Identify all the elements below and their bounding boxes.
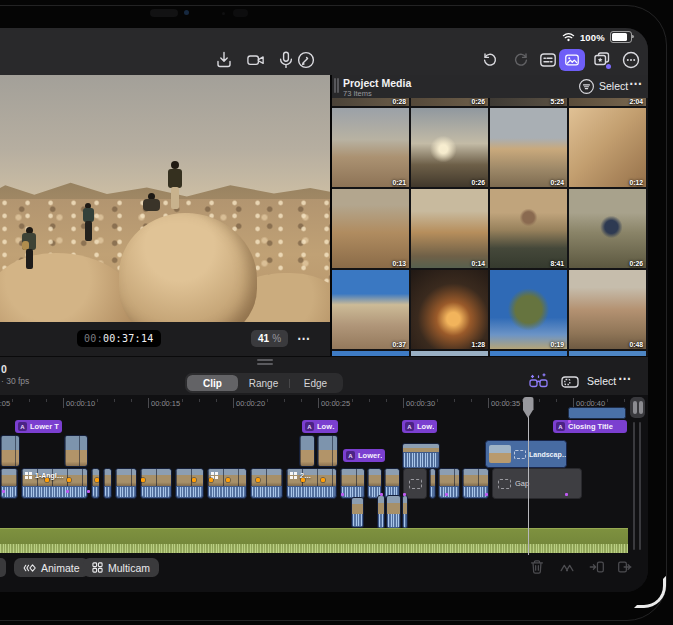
viewer-more-button[interactable]: ⋯ xyxy=(297,331,311,346)
panel-grip2[interactable] xyxy=(337,78,339,93)
clip-thumbnail-strip xyxy=(385,469,399,486)
gap-clip[interactable]: G… xyxy=(403,468,427,499)
connected-clip[interactable] xyxy=(0,435,20,467)
media-thumbnail[interactable]: 0:24 xyxy=(490,108,567,187)
voiceover-button[interactable] xyxy=(276,50,296,70)
connected-clip-below[interactable] xyxy=(386,495,401,529)
video-clip[interactable] xyxy=(0,468,18,499)
collapse-button-partial[interactable] xyxy=(0,558,6,577)
clip-marker[interactable] xyxy=(45,478,49,482)
media-thumbnail-partial[interactable]: 0:26 xyxy=(411,98,488,106)
filter-button[interactable] xyxy=(578,78,595,95)
title-clip[interactable]: ALow… xyxy=(302,420,338,433)
clip-marker[interactable] xyxy=(141,478,145,482)
title-clip[interactable]: ALower T… xyxy=(15,420,62,433)
undo-button[interactable] xyxy=(480,50,500,70)
playhead-handle[interactable] xyxy=(523,397,534,418)
clip-marker[interactable] xyxy=(67,478,71,482)
connected-clip[interactable] xyxy=(299,435,315,467)
video-clip[interactable] xyxy=(429,468,436,499)
viewer-video-frame[interactable] xyxy=(0,75,330,322)
video-clip[interactable] xyxy=(250,468,283,499)
more-button[interactable] xyxy=(621,50,641,70)
video-clip[interactable] xyxy=(175,468,204,499)
media-thumbnail[interactable]: 0:19 xyxy=(490,270,567,349)
media-thumbnail[interactable]: 8:41 xyxy=(490,189,567,268)
clip-marker[interactable] xyxy=(256,478,260,482)
timeline-select-button[interactable]: Select xyxy=(587,375,616,387)
media-thumbnail[interactable]: 0:13 xyxy=(332,189,409,268)
timecode-display[interactable]: 00:00:37:14 xyxy=(77,330,161,347)
media-thumbnail-partial[interactable]: 2:04 xyxy=(569,98,646,106)
media-thumbnail[interactable]: 0:26 xyxy=(411,108,488,187)
media-thumbnail-partial[interactable]: 5:25 xyxy=(490,98,567,106)
media-select-button[interactable]: Select xyxy=(599,80,628,92)
timeline-vertical-scrollbar-track[interactable] xyxy=(639,422,641,550)
enhance-tools-button[interactable] xyxy=(528,371,549,392)
media-browser-button[interactable] xyxy=(559,49,585,71)
connected-clip-audio[interactable] xyxy=(402,443,440,469)
blade-button[interactable] xyxy=(558,558,576,576)
clip-select-tool-button[interactable] xyxy=(560,372,580,392)
import-button[interactable] xyxy=(214,50,234,70)
inspector-toggle-button[interactable] xyxy=(538,50,558,70)
viewer-zoom-control[interactable]: 41 % xyxy=(251,330,288,347)
video-clip[interactable] xyxy=(140,468,172,499)
clip-marker[interactable] xyxy=(209,478,213,482)
multicam-clip[interactable]: 1-Angl… xyxy=(21,468,88,499)
multicam-clip[interactable]: 2… xyxy=(286,468,337,499)
project-format-info: · 30 fps xyxy=(1,376,29,386)
connected-clip-bar[interactable] xyxy=(568,407,626,419)
title-clip[interactable]: AClosing Title xyxy=(553,420,627,433)
camera-button[interactable] xyxy=(246,50,266,70)
clip-marker[interactable] xyxy=(321,478,325,482)
video-clip[interactable] xyxy=(115,468,137,499)
connected-clip-below[interactable] xyxy=(402,495,408,529)
mode-range[interactable]: Range xyxy=(238,375,289,391)
video-clip[interactable] xyxy=(103,468,112,499)
media-more-button[interactable]: ⋯ xyxy=(629,76,643,91)
media-thumbnail-partial[interactable]: 0:28 xyxy=(332,98,409,106)
redo-button[interactable] xyxy=(511,50,531,70)
media-thumbnail[interactable]: 0:14 xyxy=(411,189,488,268)
clip-marker[interactable] xyxy=(192,478,196,482)
title-clip[interactable]: ALower… xyxy=(343,449,385,462)
connected-clip[interactable] xyxy=(64,435,88,467)
connected-clip[interactable] xyxy=(317,435,338,467)
clip-thumbnail-strip xyxy=(1,469,17,486)
mode-edge[interactable]: Edge xyxy=(290,375,341,391)
timeline-more-button[interactable]: ⋯ xyxy=(618,371,632,386)
playhead-line[interactable] xyxy=(528,416,530,555)
mode-clip[interactable]: Clip xyxy=(187,375,238,391)
clip-marker[interactable] xyxy=(226,478,230,482)
panel-grip[interactable] xyxy=(334,78,336,93)
clip-marker[interactable] xyxy=(301,478,305,482)
delete-clip-button[interactable] xyxy=(528,558,546,576)
overwrite-button[interactable] xyxy=(588,558,606,576)
connected-clip-below[interactable] xyxy=(351,497,364,528)
media-thumbnail[interactable]: 1:28 xyxy=(411,270,488,349)
media-thumbnail[interactable]: 0:48 xyxy=(569,270,646,349)
connected-clip-below[interactable] xyxy=(377,495,385,529)
media-thumbnail[interactable]: 0:21 xyxy=(332,108,409,187)
title-clip[interactable]: ALow… xyxy=(402,420,437,433)
track-height-control[interactable] xyxy=(630,397,645,418)
timeline-resize-handle[interactable] xyxy=(257,359,273,366)
media-thumbnail[interactable]: 0:26 xyxy=(569,189,646,268)
timeline-vertical-scrollbar[interactable] xyxy=(633,422,635,550)
multicam-button[interactable]: Multicam xyxy=(83,558,159,577)
undo-icon xyxy=(480,50,500,70)
video-clip[interactable] xyxy=(91,468,100,499)
gap-clip[interactable]: Gap xyxy=(492,468,582,499)
annotate-button[interactable] xyxy=(296,50,316,70)
timecode-value: 00:37:14 xyxy=(103,333,154,344)
clip-marker[interactable] xyxy=(95,478,99,482)
connected-clip-landscape[interactable]: Landscap… xyxy=(485,440,567,468)
music-track[interactable] xyxy=(0,528,628,553)
insert-button[interactable] xyxy=(616,558,634,576)
multicam-clip[interactable] xyxy=(207,468,247,499)
media-thumbnail[interactable]: 0:37 xyxy=(332,270,409,349)
animate-button[interactable]: Animate xyxy=(14,558,89,577)
media-thumbnail[interactable]: 0:12 xyxy=(569,108,646,187)
video-clip[interactable] xyxy=(438,468,460,499)
